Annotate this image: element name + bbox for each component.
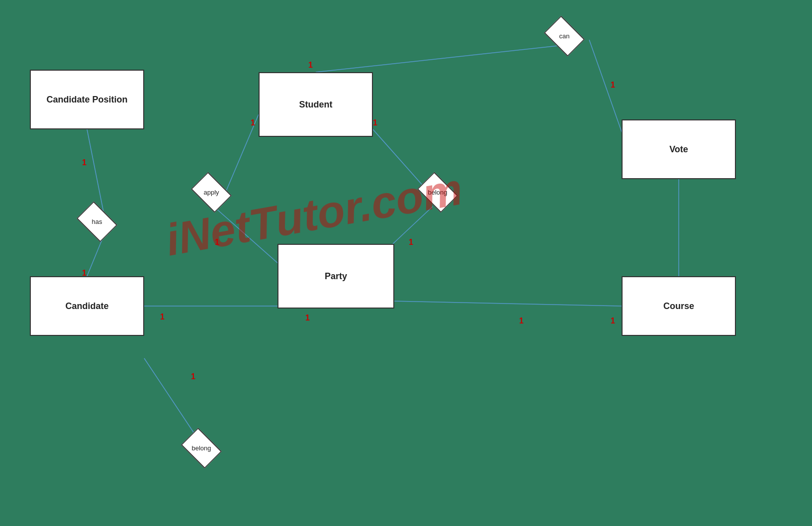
card-11: 1 [519,316,524,325]
card-12: 1 [611,316,615,325]
vote-entity: Vote [622,119,736,179]
card-4: 1 [611,81,615,90]
card-3: 1 [373,118,377,127]
student-entity: Student [259,72,373,137]
has-diamond: has [72,207,122,236]
svg-line-0 [316,45,567,72]
course-entity: Course [622,276,736,336]
card-13: 1 [191,372,195,381]
card-7: 1 [160,313,165,321]
belong-bottom-diamond: belong [177,433,226,463]
svg-line-9 [393,301,622,306]
card-2: 1 [251,118,255,127]
svg-line-11 [144,358,199,440]
svg-line-1 [589,40,623,134]
candidate-entity: Candidate [30,276,144,336]
card-9: 1 [409,238,413,247]
card-6: 1 [82,269,87,278]
can-diamond: can [540,21,589,51]
card-5: 1 [82,158,87,167]
party-entity: Party [277,244,394,309]
svg-line-3 [214,207,278,264]
card-1: 1 [308,61,313,70]
card-10: 1 [305,314,310,322]
candidate-position-entity: Candidate Position [30,70,144,129]
card-8: 1 [215,238,219,247]
belong-right-diamond: belong [413,177,462,207]
apply-diamond: apply [186,177,236,207]
